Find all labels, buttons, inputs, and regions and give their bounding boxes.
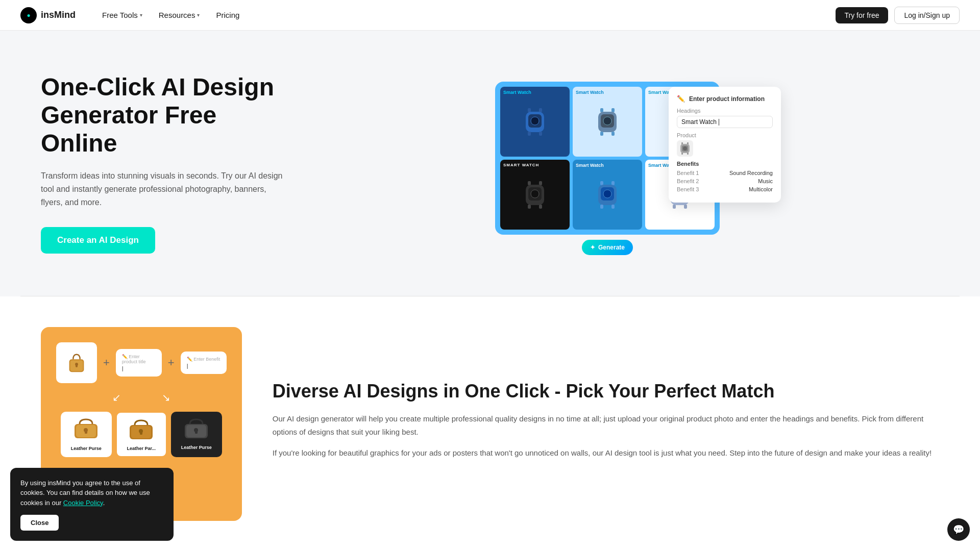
watch-cell-4: SMART WATCH	[500, 160, 570, 230]
svg-rect-52	[76, 364, 78, 367]
watch-cell-1: Smart Watch	[500, 87, 570, 157]
watch-icon-4	[524, 181, 546, 209]
chevron-down-icon: ▾	[140, 12, 142, 18]
hero-visual: Smart Watch Smart Watch	[306, 82, 939, 245]
svg-rect-8	[611, 108, 615, 112]
try-free-button[interactable]: Try for free	[836, 7, 889, 23]
s2-variant-3[interactable]: Leather Purse	[171, 412, 222, 457]
purse-product-icon	[64, 350, 89, 375]
hero-image-container: Smart Watch Smart Watch	[495, 82, 750, 245]
benefit1-value: Sound Recording	[729, 170, 773, 176]
svg-rect-7	[600, 108, 603, 112]
cursor	[719, 119, 719, 126]
watch-label-5: Smart Watch	[576, 163, 604, 168]
nav-actions: Try for free Log in/Sign up	[836, 7, 960, 24]
svg-rect-0	[528, 108, 531, 112]
svg-rect-22	[539, 181, 542, 185]
watch-label-1: Smart Watch	[503, 90, 531, 95]
sparkle-icon: ✦	[590, 244, 595, 251]
panel-title: Enter product information	[689, 95, 765, 103]
s2-variant-2[interactable]: Leather Par...	[116, 412, 167, 457]
cookie-banner: By using insMind you agree to the use of…	[10, 468, 174, 541]
plus-icon-2: +	[168, 356, 175, 369]
resources-label: Resources	[159, 11, 195, 19]
benefit3-label: Benefit 3	[677, 186, 699, 192]
svg-rect-6	[539, 132, 542, 136]
svg-point-46	[683, 146, 687, 151]
section2-title: Diverse AI Designs in One Click - Pick Y…	[273, 380, 939, 402]
s2-benefit-input[interactable]: ✏️ Enter Benefit |	[181, 352, 227, 374]
svg-rect-29	[611, 181, 615, 185]
cookie-policy-link[interactable]: Cookie Policy	[63, 499, 103, 507]
pricing-label: Pricing	[216, 11, 239, 19]
free-tools-label: Free Tools	[102, 11, 138, 19]
svg-rect-47	[681, 153, 683, 155]
headings-label: Headings	[677, 108, 773, 114]
watch-thumbnail	[680, 142, 690, 155]
generate-button[interactable]: ✦ Generate	[582, 240, 633, 255]
product-info-panel: ✏️ Enter product information Headings Sm…	[669, 87, 781, 203]
generate-label: Generate	[598, 244, 625, 251]
hero-section: One-Click AI Design Generator Free Onlin…	[0, 31, 980, 296]
svg-rect-41	[684, 205, 687, 209]
purse-variant-1	[72, 417, 100, 440]
login-button[interactable]: Log in/Sign up	[894, 7, 960, 24]
product-label: Product	[677, 132, 773, 138]
product-img-container	[677, 140, 773, 157]
svg-rect-26	[528, 205, 531, 209]
watch-icon-1	[524, 108, 546, 136]
variant-label-3: Leather Purse	[181, 445, 212, 450]
watch-icon-2	[596, 108, 619, 136]
hero-title: One-Click AI Design Generator Free Onlin…	[41, 73, 286, 158]
s2-benefit-cursor: |	[187, 363, 220, 369]
hero-text-block: One-Click AI Design Generator Free Onlin…	[41, 73, 286, 254]
logo[interactable]: ● insMind	[20, 7, 76, 23]
purse-variant-2	[127, 418, 155, 441]
svg-rect-48	[687, 153, 689, 155]
svg-rect-28	[600, 181, 603, 185]
s2-variant-1[interactable]: Leather Purse	[61, 412, 112, 457]
s2-title-placeholder: ✏️ Enter product title	[122, 354, 156, 364]
chat-icon: 💬	[953, 524, 964, 535]
benefit-row-3: Benefit 3 Multicolor	[677, 186, 773, 192]
navbar: ● insMind Free Tools ▾ Resources ▾ Prici…	[0, 0, 980, 31]
benefit-row-2: Benefit 2 Music	[677, 178, 773, 184]
nav-resources[interactable]: Resources ▾	[153, 8, 206, 22]
watch-cell-2: Smart Watch	[573, 87, 642, 157]
svg-point-32	[603, 190, 611, 198]
watch-label-2: Smart Watch	[576, 90, 604, 95]
benefit2-label: Benefit 2	[677, 178, 699, 184]
hero-description: Transform ideas into stunning visuals in…	[41, 169, 286, 209]
logo-text: insMind	[41, 10, 76, 20]
s2-title-cursor: |	[122, 365, 156, 371]
chat-widget[interactable]: 💬	[947, 518, 970, 541]
s2-product-box	[56, 342, 97, 383]
watch-cell-5: Smart Watch	[573, 160, 642, 230]
svg-rect-64	[195, 430, 198, 434]
s2-variants-row: Leather Purse Leather Par...	[56, 412, 227, 457]
section2-desc2: If you're looking for beautiful graphics…	[273, 446, 939, 460]
pencil-icon: ✏️	[677, 95, 685, 103]
headings-field[interactable]: Smart Watch	[677, 116, 773, 128]
benefits-header: Benefits	[677, 161, 773, 167]
s2-benefit-placeholder: ✏️ Enter Benefit	[187, 357, 220, 362]
variant-label-2: Leather Par...	[127, 446, 156, 451]
svg-rect-13	[611, 132, 615, 136]
nav-pricing[interactable]: Pricing	[210, 8, 246, 22]
nav-free-tools[interactable]: Free Tools ▾	[96, 8, 149, 22]
cookie-close-button[interactable]: Close	[20, 515, 59, 531]
benefit-row-1: Benefit 1 Sound Recording	[677, 170, 773, 176]
watch-label-4: SMART WATCH	[503, 163, 539, 167]
arrow-down-right: ↘	[162, 391, 170, 404]
headings-value: Smart Watch	[681, 118, 717, 126]
section2-text: Diverse AI Designs in One Click - Pick Y…	[273, 380, 939, 468]
create-ai-design-button[interactable]: Create an AI Design	[41, 227, 155, 254]
cookie-text: By using insMind you agree to the use of…	[20, 478, 163, 508]
svg-point-4	[531, 117, 539, 125]
logo-icon: ●	[20, 7, 37, 23]
watch-icon-5	[596, 181, 619, 209]
section2-desc1: Our AI design generator will help you cr…	[273, 412, 939, 438]
svg-rect-1	[539, 108, 542, 112]
s2-title-input[interactable]: ✏️ Enter product title |	[116, 349, 162, 377]
benefit1-label: Benefit 1	[677, 170, 699, 176]
